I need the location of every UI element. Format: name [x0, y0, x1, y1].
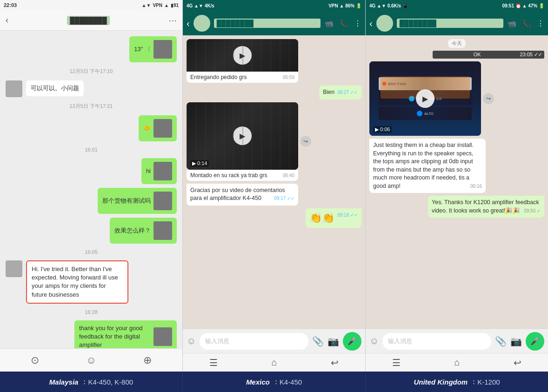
- wa-time-uk: 09:51 ⏰ ▲ 47% 🔋: [502, 3, 544, 8]
- nav-menu-icon-uk[interactable]: ☰: [392, 357, 401, 368]
- forward-button-uk[interactable]: ↪: [483, 93, 494, 104]
- message-bubble: 效果怎么样？: [110, 218, 177, 244]
- whatsapp-panel-mexico: 4G ▲▼ 4K/s VPN ▲ 86% 🔋 ‹ ████████ 📹 📞 ⋮ …: [183, 0, 366, 372]
- nav-menu-icon[interactable]: ☰: [209, 357, 218, 368]
- avatar: [6, 80, 22, 97]
- footer-colon-uk: ：: [470, 378, 477, 386]
- wechat-status-bar: 22:03 ▲▼ VPN ▲ ▮91: [0, 0, 182, 10]
- message-bubble: 那个货物有测试吗: [98, 188, 177, 214]
- more-icon[interactable]: ⋯: [168, 15, 177, 26]
- wechat-time: 22:03: [4, 2, 17, 8]
- wechat-input-bar: ⊙ ☺ ⊕: [0, 348, 182, 372]
- wechat-battery-icon: ▮91: [171, 3, 179, 8]
- timestamp: 12月5日 下午17:10: [0, 68, 182, 75]
- message-bubble: 13" 〈: [129, 36, 177, 62]
- wechat-add-icon[interactable]: ⊕: [143, 354, 152, 366]
- wa-avatar-mexico: [194, 15, 210, 32]
- wa-attach-btn-uk[interactable]: 📎: [495, 336, 507, 347]
- wa-call-icon-uk[interactable]: 📞: [522, 19, 531, 28]
- wa-input-field-uk[interactable]: 输入消息: [382, 333, 491, 350]
- msg-row: 那个货物有测试吗: [0, 186, 182, 216]
- footer-products-malaysia: K4-450, K-800: [88, 378, 133, 386]
- product-thumbnail: [154, 221, 172, 240]
- wa-signal-uk: 4G ▲▼ 0.6K/s 📱: [369, 3, 408, 8]
- footer-item-uk: United Kingdom ： K-1200: [366, 372, 548, 392]
- wa-status-bar-uk: 4G ▲▼ 0.6K/s 📱 09:51 ⏰ ▲ 47% 🔋: [366, 0, 548, 11]
- wa-video-call-icon-uk[interactable]: 📹: [507, 19, 516, 28]
- forward-button[interactable]: ↪: [300, 136, 311, 147]
- wa-timestamp-today: 今天: [448, 39, 466, 48]
- product-thumbnail: [154, 192, 172, 210]
- wa-back-icon-uk[interactable]: ‹: [369, 18, 373, 29]
- wa-nav-bar-mexico: ☰ ⌂ ↩: [183, 353, 365, 372]
- wa-more-icon-uk[interactable]: ⋮: [537, 19, 544, 28]
- msg-row: hi: [0, 156, 182, 186]
- wa-emoji-btn-uk[interactable]: ☺: [369, 336, 379, 346]
- wa-contact-uk: ████████: [397, 19, 503, 28]
- avatar: [6, 260, 22, 277]
- wa-mic-btn-uk[interactable]: 🎤: [526, 332, 544, 351]
- wa-header-mexico: ‹ ████████ 📹 📞 ⋮: [183, 11, 365, 35]
- nav-home-icon[interactable]: ⌂: [271, 357, 277, 368]
- wechat-panel: 22:03 ▲▼ VPN ▲ ▮91 ‹ ████████ ⋯ 13" 〈: [0, 0, 183, 372]
- wa-battery-mexico: VPN ▲ 86% 🔋: [328, 3, 361, 8]
- msg-row: 13" 〈: [0, 34, 182, 64]
- timestamp: 16:05: [0, 249, 182, 255]
- msg-row: 效果怎么样？: [0, 216, 182, 246]
- footer-products-uk: K-1200: [477, 378, 500, 386]
- msg-row: 🤝: [0, 113, 182, 143]
- footer-colon-mexico: ：: [273, 378, 280, 386]
- wa-emoji-btn[interactable]: ☺: [187, 336, 196, 346]
- play-button[interactable]: ▶: [233, 126, 252, 145]
- wechat-emoji-icon[interactable]: ☺: [86, 354, 96, 366]
- wa-camera-btn[interactable]: 📷: [327, 336, 339, 347]
- wa-nav-bar-uk: ☰ ⌂ ↩: [366, 353, 548, 372]
- play-button-uk[interactable]: ▶: [416, 89, 434, 108]
- wa-message-sent: Bien 06:27 ✓✓: [319, 86, 361, 100]
- wa-signal-mexico: 4G ▲▼ 4K/s: [187, 3, 214, 8]
- msg-row: 可以可以。小问题: [0, 79, 182, 99]
- wechat-chat-area: 13" 〈 12月5日 下午17:10 可以可以。小问题 12月5日 下午17:…: [0, 31, 182, 348]
- video-duration: ▶ 0:14: [190, 160, 209, 167]
- whatsapp-panel-uk: 4G ▲▼ 0.6K/s 📱 09:51 ⏰ ▲ 47% 🔋 ‹ ███████…: [366, 0, 548, 372]
- message-bubble-highlighted: Hi. I've tried it. Better than I've expe…: [26, 260, 128, 304]
- wa-chat-area-mexico: ▶ Entregando pedido grs 05:59 Bien 06:27…: [183, 35, 365, 329]
- timestamp: 12月5日 下午17:21: [0, 103, 182, 110]
- wechat-voice-icon[interactable]: ⊙: [31, 354, 39, 366]
- nav-home-icon-uk[interactable]: ⌂: [454, 357, 460, 368]
- wa-header-actions-uk: 📹 📞 ⋮: [507, 19, 544, 28]
- timestamp: 16:28: [0, 309, 182, 315]
- wa-header-actions: 📹 📞 ⋮: [324, 19, 361, 28]
- wa-back-icon[interactable]: ‹: [187, 18, 190, 29]
- wa-input-placeholder-uk: 输入消息: [388, 337, 412, 345]
- wechat-wifi-icon: ▲: [164, 3, 169, 8]
- msg-row: Hi. I've tried it. Better than I've expe…: [0, 259, 182, 306]
- prev-message-indicator: OK 23:05 ✓✓: [433, 51, 544, 59]
- nav-back-icon[interactable]: ↩: [331, 357, 339, 368]
- wa-mic-btn-mexico[interactable]: 🎤: [343, 332, 361, 351]
- wa-emoji-message: 👏👏 09:18 ✓✓: [306, 208, 361, 228]
- wa-video-call-icon[interactable]: 📹: [324, 19, 334, 28]
- video-message-uk: BMX P45A ALTO MAC 2.0 ALTO ▶: [369, 61, 481, 136]
- product-thumbnail: [154, 162, 172, 180]
- message-bubble: thank you for your good feedback for the…: [74, 320, 177, 348]
- footer-country-uk: United Kingdom: [414, 378, 468, 386]
- play-button[interactable]: ▶: [233, 46, 252, 65]
- wechat-signal-icon: ▲▼: [142, 3, 151, 8]
- wa-attach-btn[interactable]: 📎: [312, 336, 324, 347]
- nav-back-icon-uk[interactable]: ↩: [514, 357, 521, 368]
- wa-chat-area-uk: 今天 OK 23:05 ✓✓ BMX P45A: [366, 35, 548, 329]
- footer-country-mexico: Mexico: [246, 378, 270, 386]
- wa-message-sent-uk: Yes. Thanks for K1200 amplifier feedback…: [428, 196, 544, 218]
- timestamp: 16:01: [0, 147, 182, 153]
- wa-input-bar-uk: ☺ 输入消息 📎 📷 🎤: [366, 329, 548, 353]
- wa-camera-btn-uk[interactable]: 📷: [510, 336, 522, 347]
- wa-input-field-mexico[interactable]: 输入消息: [200, 333, 308, 350]
- video-caption: Montado en su rack ya trab grs 06:40: [187, 170, 298, 181]
- wa-more-icon[interactable]: ⋮: [354, 19, 361, 28]
- message-bubble: 🤝: [139, 115, 177, 141]
- back-icon[interactable]: ‹: [6, 15, 8, 25]
- wa-call-icon[interactable]: 📞: [339, 19, 348, 28]
- footer-item-malaysia: Malaysia ： K4-450, K-800: [0, 372, 183, 392]
- wa-input-bar-mexico: ☺ 输入消息 📎 📷 🎤: [183, 329, 365, 353]
